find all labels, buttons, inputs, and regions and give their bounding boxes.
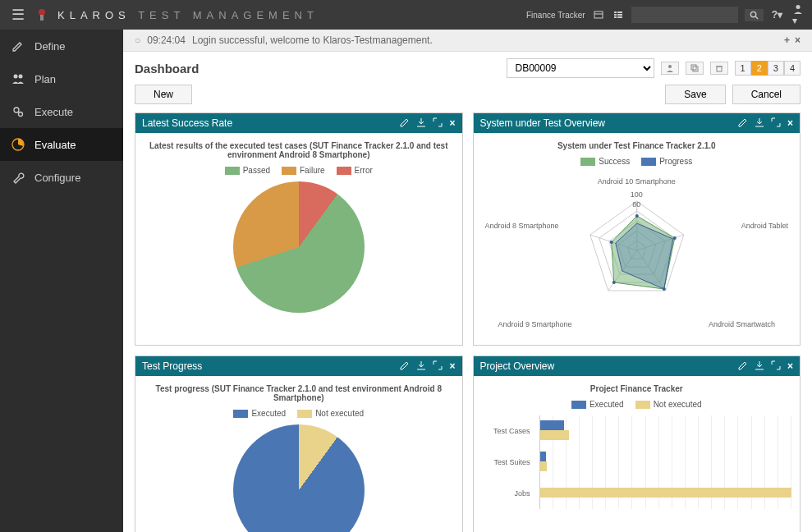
help-icon[interactable]: ?▾	[770, 7, 784, 22]
edit-icon[interactable]	[400, 360, 410, 372]
sidebar-item-label: Define	[34, 40, 66, 53]
sidebar-item-plan[interactable]: Plan	[0, 62, 123, 95]
svg-point-38	[612, 281, 615, 284]
svg-point-15	[14, 108, 19, 112]
panel-actions: ×	[400, 360, 455, 372]
edit-icon[interactable]	[738, 117, 748, 129]
svg-point-13	[14, 75, 18, 79]
sidebar-item-label: Configure	[34, 172, 80, 184]
svg-line-11	[755, 16, 758, 19]
svg-rect-20	[693, 66, 698, 71]
search-input[interactable]	[631, 7, 738, 23]
close-icon[interactable]: ×	[787, 360, 793, 372]
bar-row: Test Suites	[539, 447, 792, 478]
cancel-button[interactable]: Cancel	[732, 85, 801, 104]
expand-icon[interactable]	[433, 360, 443, 372]
edit-icon[interactable]	[738, 360, 748, 372]
legend: Passed Failure Error	[144, 166, 454, 175]
svg-rect-7	[617, 14, 622, 16]
legend-item: Progress	[641, 157, 692, 166]
delete-button[interactable]	[710, 62, 728, 75]
radar-axis-label: Android Smartwatch	[709, 320, 775, 328]
copy-button[interactable]	[686, 62, 704, 75]
page-num[interactable]: 3	[768, 61, 784, 76]
menu-toggle-icon[interactable]: ☰	[7, 6, 30, 24]
download-icon[interactable]	[416, 117, 426, 129]
expand-icon[interactable]	[771, 360, 781, 372]
panel-header: Test Progress ×	[135, 356, 462, 376]
radar-axis-label: Android 8 Smartphone	[485, 222, 559, 230]
panel-title: Project Overview	[480, 360, 738, 372]
svg-rect-5	[617, 11, 622, 13]
svg-point-37	[662, 287, 665, 291]
close-icon[interactable]: ×	[449, 360, 455, 372]
legend-item: Success	[580, 157, 630, 166]
panel-subtitle: System under Test Finance Tracker 2.1.0	[482, 141, 792, 150]
pie-chart	[233, 424, 365, 532]
panel-title: System under Test Overview	[480, 117, 738, 129]
pie-icon	[11, 138, 26, 151]
svg-point-10	[750, 11, 755, 16]
panel-title: Latest Success Rate	[142, 117, 400, 129]
download-icon[interactable]	[755, 360, 764, 372]
users-icon	[11, 72, 26, 85]
panel-body: System under Test Finance Tracker 2.1.0 …	[474, 133, 801, 345]
layout: Define Plan Execute Evaluate Configure ○…	[0, 30, 812, 532]
radar-axis-label: Android Tablet	[741, 222, 788, 230]
svg-point-39	[609, 241, 612, 244]
svg-point-18	[668, 65, 672, 68]
page-num[interactable]: 4	[784, 61, 801, 76]
save-button[interactable]: Save	[665, 85, 725, 104]
main: ○ 09:24:04 Login successful, welcome to …	[123, 30, 812, 532]
panel-header: Project Overview ×	[474, 356, 801, 376]
add-icon[interactable]: +	[784, 34, 790, 46]
project-label: Finance Tracker	[526, 11, 585, 20]
search-button[interactable]	[745, 9, 764, 21]
sidebar-item-evaluate[interactable]: Evaluate	[0, 128, 123, 161]
svg-rect-1	[40, 15, 44, 21]
sidebar-item-execute[interactable]: Execute	[0, 95, 123, 128]
expand-icon[interactable]	[433, 117, 443, 129]
legend: Executed Not executed	[482, 400, 792, 409]
dashboard-select[interactable]: DB00009	[507, 58, 654, 78]
page-num[interactable]: 1	[735, 61, 751, 76]
cogs-icon	[11, 105, 26, 118]
panel-sut-overview: System under Test Overview × System unde…	[473, 112, 801, 346]
svg-rect-2	[594, 11, 603, 18]
download-icon[interactable]	[416, 360, 426, 372]
panel-project-overview: Project Overview × Project Finance Track…	[473, 355, 801, 532]
radar-chart: 100 80 Android 10 Smartphone Android Tab…	[482, 172, 792, 337]
bar-row: Test Cases	[539, 415, 792, 447]
app-name-strong: KLAROS	[57, 9, 131, 21]
close-icon[interactable]: ×	[787, 117, 793, 129]
radar-tick: 100	[631, 190, 643, 199]
panel-actions: ×	[400, 117, 455, 129]
user-action-button[interactable]	[661, 62, 679, 75]
close-icon[interactable]: ×	[795, 34, 801, 46]
legend-item: Executed	[571, 400, 624, 409]
edit-icon	[11, 39, 26, 53]
svg-rect-9	[617, 16, 622, 18]
panel-test-progress: Test Progress × Test progress (SUT Finan…	[135, 355, 463, 532]
radar-tick: 80	[632, 200, 640, 209]
pie-chart	[233, 181, 365, 313]
page-num[interactable]: 2	[751, 61, 768, 76]
radar-axis-label: Android 9 Smartphone	[498, 320, 572, 328]
legend: Success Progress	[482, 157, 792, 166]
legend-item: Failure	[282, 166, 325, 175]
edit-icon[interactable]	[400, 117, 410, 129]
project-icon[interactable]	[592, 8, 605, 21]
user-menu-icon[interactable]: ▾	[791, 2, 805, 28]
sidebar-item-define[interactable]: Define	[0, 30, 123, 62]
bar-label: Test Cases	[482, 427, 535, 435]
close-icon[interactable]: ×	[449, 117, 455, 129]
download-icon[interactable]	[755, 117, 764, 129]
list-icon[interactable]	[612, 8, 625, 21]
panel-body: Project Finance Tracker Executed Not exe…	[474, 376, 801, 532]
sidebar-item-configure[interactable]: Configure	[0, 161, 123, 194]
new-button[interactable]: New	[135, 85, 192, 104]
topbar-right: Finance Tracker ?▾ ▾	[526, 2, 805, 28]
legend-item: Passed	[225, 166, 270, 175]
expand-icon[interactable]	[771, 117, 781, 129]
logo-icon	[34, 7, 49, 22]
